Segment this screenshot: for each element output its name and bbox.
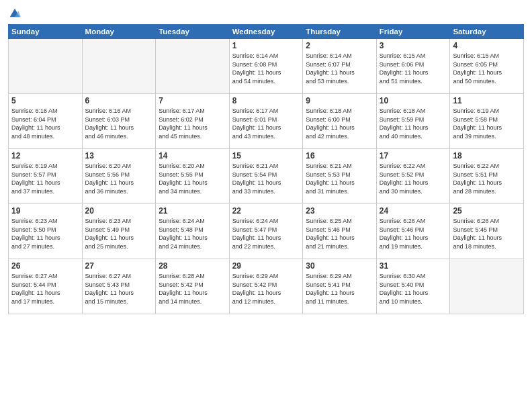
- day-number: 31: [380, 261, 447, 271]
- day-number: 28: [159, 261, 226, 271]
- day-number: 5: [11, 96, 79, 105]
- day-info: Sunrise: 6:23 AM Sunset: 5:49 PM Dayligh…: [85, 217, 153, 250]
- day-cell: 8Sunrise: 6:17 AM Sunset: 6:01 PM Daylig…: [229, 94, 303, 149]
- week-row-1: 1Sunrise: 6:14 AM Sunset: 6:08 PM Daylig…: [9, 39, 524, 94]
- day-info: Sunrise: 6:16 AM Sunset: 6:03 PM Dayligh…: [85, 107, 153, 140]
- day-cell: 24Sunrise: 6:26 AM Sunset: 5:46 PM Dayli…: [376, 204, 450, 259]
- logo: [8, 7, 21, 19]
- day-number: 14: [159, 151, 226, 161]
- page-container: SundayMondayTuesdayWednesdayThursdayFrid…: [0, 0, 532, 411]
- day-cell: 7Sunrise: 6:17 AM Sunset: 6:02 PM Daylig…: [156, 94, 230, 149]
- day-number: 16: [306, 151, 373, 161]
- day-cell: 21Sunrise: 6:24 AM Sunset: 5:48 PM Dayli…: [156, 204, 230, 259]
- header: [8, 7, 524, 19]
- day-number: 9: [306, 96, 373, 105]
- day-cell: 18Sunrise: 6:22 AM Sunset: 5:51 PM Dayli…: [450, 149, 524, 204]
- day-number: 30: [306, 261, 373, 271]
- day-number: 17: [380, 151, 447, 161]
- day-number: 8: [232, 96, 300, 105]
- day-number: 12: [11, 151, 79, 161]
- week-row-4: 19Sunrise: 6:23 AM Sunset: 5:50 PM Dayli…: [9, 204, 524, 259]
- day-cell: 11Sunrise: 6:19 AM Sunset: 5:58 PM Dayli…: [450, 94, 524, 149]
- day-cell: 15Sunrise: 6:21 AM Sunset: 5:54 PM Dayli…: [229, 149, 303, 204]
- day-cell: 30Sunrise: 6:29 AM Sunset: 5:41 PM Dayli…: [303, 259, 377, 314]
- day-cell: 28Sunrise: 6:28 AM Sunset: 5:42 PM Dayli…: [156, 259, 230, 314]
- day-info: Sunrise: 6:26 AM Sunset: 5:45 PM Dayligh…: [453, 217, 521, 250]
- day-number: 1: [232, 41, 300, 50]
- day-info: Sunrise: 6:25 AM Sunset: 5:46 PM Dayligh…: [306, 217, 373, 250]
- day-cell: 22Sunrise: 6:24 AM Sunset: 5:47 PM Dayli…: [229, 204, 303, 259]
- day-number: 19: [11, 206, 79, 216]
- week-row-5: 26Sunrise: 6:27 AM Sunset: 5:44 PM Dayli…: [9, 259, 524, 314]
- day-cell: 31Sunrise: 6:30 AM Sunset: 5:40 PM Dayli…: [376, 259, 450, 314]
- day-info: Sunrise: 6:18 AM Sunset: 6:00 PM Dayligh…: [306, 107, 373, 140]
- day-info: Sunrise: 6:14 AM Sunset: 6:08 PM Dayligh…: [232, 52, 300, 85]
- day-info: Sunrise: 6:18 AM Sunset: 5:59 PM Dayligh…: [380, 107, 447, 140]
- day-number: 18: [453, 151, 521, 161]
- day-number: 20: [85, 206, 153, 216]
- day-info: Sunrise: 6:28 AM Sunset: 5:42 PM Dayligh…: [159, 272, 226, 306]
- day-info: Sunrise: 6:21 AM Sunset: 5:53 PM Dayligh…: [306, 162, 373, 195]
- day-number: 4: [453, 41, 521, 50]
- day-number: 2: [306, 41, 373, 50]
- day-info: Sunrise: 6:20 AM Sunset: 5:55 PM Dayligh…: [159, 162, 226, 195]
- day-info: Sunrise: 6:19 AM Sunset: 5:57 PM Dayligh…: [11, 162, 79, 195]
- calendar-table: SundayMondayTuesdayWednesdayThursdayFrid…: [8, 24, 524, 314]
- day-number: 26: [11, 261, 79, 271]
- weekday-header-saturday: Saturday: [450, 25, 524, 39]
- day-cell: 16Sunrise: 6:21 AM Sunset: 5:53 PM Dayli…: [303, 149, 377, 204]
- day-info: Sunrise: 6:22 AM Sunset: 5:51 PM Dayligh…: [453, 162, 521, 195]
- day-info: Sunrise: 6:30 AM Sunset: 5:40 PM Dayligh…: [380, 272, 447, 306]
- day-info: Sunrise: 6:26 AM Sunset: 5:46 PM Dayligh…: [380, 217, 447, 250]
- day-number: 3: [380, 41, 447, 50]
- day-info: Sunrise: 6:29 AM Sunset: 5:41 PM Dayligh…: [306, 272, 373, 306]
- day-cell: 17Sunrise: 6:22 AM Sunset: 5:52 PM Dayli…: [376, 149, 450, 204]
- day-info: Sunrise: 6:27 AM Sunset: 5:44 PM Dayligh…: [11, 272, 79, 306]
- day-number: 7: [159, 96, 226, 105]
- day-cell: 5Sunrise: 6:16 AM Sunset: 6:04 PM Daylig…: [9, 94, 83, 149]
- day-info: Sunrise: 6:16 AM Sunset: 6:04 PM Dayligh…: [11, 107, 79, 140]
- weekday-header-wednesday: Wednesday: [229, 25, 303, 39]
- day-number: 13: [85, 151, 153, 161]
- day-number: 6: [85, 96, 153, 105]
- weekday-header-monday: Monday: [82, 25, 156, 39]
- day-number: 10: [380, 96, 447, 105]
- day-cell: 1Sunrise: 6:14 AM Sunset: 6:08 PM Daylig…: [229, 39, 303, 94]
- day-info: Sunrise: 6:21 AM Sunset: 5:54 PM Dayligh…: [232, 162, 300, 195]
- day-cell: 13Sunrise: 6:20 AM Sunset: 5:56 PM Dayli…: [82, 149, 156, 204]
- day-info: Sunrise: 6:17 AM Sunset: 6:01 PM Dayligh…: [232, 107, 300, 140]
- day-info: Sunrise: 6:15 AM Sunset: 6:05 PM Dayligh…: [453, 52, 521, 85]
- day-cell: 23Sunrise: 6:25 AM Sunset: 5:46 PM Dayli…: [303, 204, 377, 259]
- day-cell: 27Sunrise: 6:27 AM Sunset: 5:43 PM Dayli…: [82, 259, 156, 314]
- day-cell: 25Sunrise: 6:26 AM Sunset: 5:45 PM Dayli…: [450, 204, 524, 259]
- weekday-header-friday: Friday: [376, 25, 450, 39]
- day-cell: [156, 39, 230, 94]
- day-number: 15: [232, 151, 300, 161]
- weekday-header-row: SundayMondayTuesdayWednesdayThursdayFrid…: [9, 25, 524, 39]
- day-cell: 20Sunrise: 6:23 AM Sunset: 5:49 PM Dayli…: [82, 204, 156, 259]
- weekday-header-sunday: Sunday: [9, 25, 83, 39]
- day-cell: 4Sunrise: 6:15 AM Sunset: 6:05 PM Daylig…: [450, 39, 524, 94]
- day-cell: [82, 39, 156, 94]
- day-number: 21: [159, 206, 226, 216]
- day-cell: [9, 39, 83, 94]
- day-number: 22: [232, 206, 300, 216]
- day-info: Sunrise: 6:20 AM Sunset: 5:56 PM Dayligh…: [85, 162, 153, 195]
- day-info: Sunrise: 6:23 AM Sunset: 5:50 PM Dayligh…: [11, 217, 79, 250]
- day-cell: 12Sunrise: 6:19 AM Sunset: 5:57 PM Dayli…: [9, 149, 83, 204]
- week-row-2: 5Sunrise: 6:16 AM Sunset: 6:04 PM Daylig…: [9, 94, 524, 149]
- day-number: 29: [232, 261, 300, 271]
- day-info: Sunrise: 6:15 AM Sunset: 6:06 PM Dayligh…: [380, 52, 447, 85]
- day-cell: 9Sunrise: 6:18 AM Sunset: 6:00 PM Daylig…: [303, 94, 377, 149]
- day-info: Sunrise: 6:24 AM Sunset: 5:48 PM Dayligh…: [159, 217, 226, 250]
- day-number: 23: [306, 206, 373, 216]
- day-number: 11: [453, 96, 521, 105]
- day-info: Sunrise: 6:29 AM Sunset: 5:42 PM Dayligh…: [232, 272, 300, 306]
- day-info: Sunrise: 6:14 AM Sunset: 6:07 PM Dayligh…: [306, 52, 373, 85]
- day-info: Sunrise: 6:24 AM Sunset: 5:47 PM Dayligh…: [232, 217, 300, 250]
- day-cell: 2Sunrise: 6:14 AM Sunset: 6:07 PM Daylig…: [303, 39, 377, 94]
- day-cell: 14Sunrise: 6:20 AM Sunset: 5:55 PM Dayli…: [156, 149, 230, 204]
- day-info: Sunrise: 6:17 AM Sunset: 6:02 PM Dayligh…: [159, 107, 226, 140]
- day-cell: 3Sunrise: 6:15 AM Sunset: 6:06 PM Daylig…: [376, 39, 450, 94]
- day-cell: 26Sunrise: 6:27 AM Sunset: 5:44 PM Dayli…: [9, 259, 83, 314]
